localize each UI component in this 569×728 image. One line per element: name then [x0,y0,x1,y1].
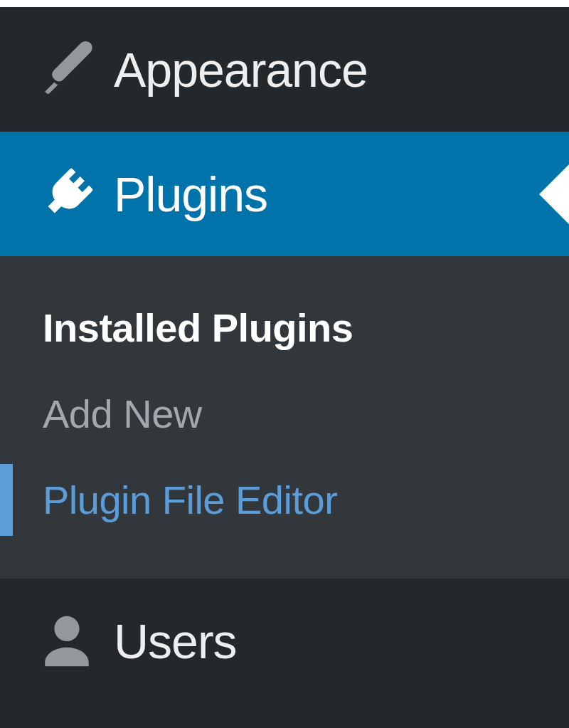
top-edge [0,0,569,7]
user-icon [36,610,114,672]
submenu-item-add-new[interactable]: Add New [0,371,569,457]
sidebar-item-plugins[interactable]: Plugins [0,132,569,256]
plug-icon [36,163,114,226]
admin-sidebar: Appearance Plugins Installed Plugins Add… [0,0,569,728]
plugins-submenu: Installed Plugins Add New Plugin File Ed… [0,256,569,579]
sidebar-item-users[interactable]: Users [0,579,569,703]
paintbrush-icon [36,38,114,101]
submenu-item-installed-plugins[interactable]: Installed Plugins [0,285,569,371]
sidebar-item-appearance[interactable]: Appearance [0,7,569,132]
submenu-item-plugin-file-editor[interactable]: Plugin File Editor [0,457,569,543]
menu-label: Plugins [114,167,267,222]
menu-label: Appearance [114,42,368,97]
menu-label: Users [114,613,237,669]
